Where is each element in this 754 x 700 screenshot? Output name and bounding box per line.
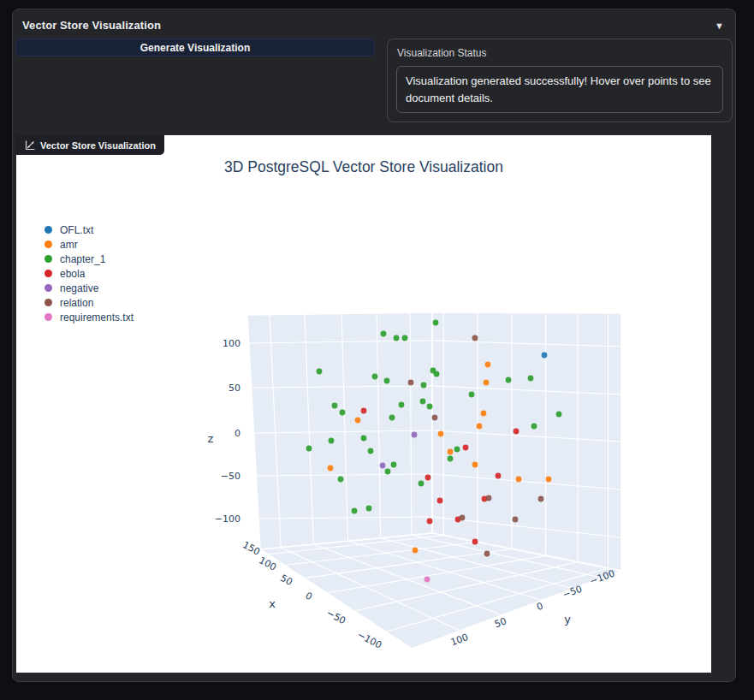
legend-swatch-icon <box>45 313 52 321</box>
legend-item[interactable]: relation <box>45 295 134 310</box>
data-point-amr[interactable] <box>485 362 491 368</box>
data-point-chapter_1[interactable] <box>352 508 358 514</box>
z-tick-label: 100 <box>223 338 240 349</box>
data-point-chapter_1[interactable] <box>366 506 372 512</box>
data-point-amr[interactable] <box>516 477 522 483</box>
status-textbox[interactable]: Visualization generated successfully! Ho… <box>396 66 723 113</box>
data-point-chapter_1[interactable] <box>329 438 335 444</box>
x-axis-title: x <box>269 597 276 610</box>
data-point-chapter_1[interactable] <box>368 448 374 454</box>
data-point-ebola[interactable] <box>361 408 367 414</box>
legend-item[interactable]: requirements.txt <box>45 310 134 324</box>
data-point-chapter_1[interactable] <box>506 377 512 383</box>
legend-swatch-icon <box>45 270 52 277</box>
scene-wall <box>432 312 621 571</box>
x-tick-label: −50 <box>324 608 347 626</box>
data-point-amr[interactable] <box>355 418 361 424</box>
data-point-chapter_1[interactable] <box>402 335 408 341</box>
legend-label: requirements.txt <box>60 311 134 323</box>
data-point-chapter_1[interactable] <box>434 371 440 377</box>
z-tick-label: 0 <box>235 428 240 439</box>
data-point-relation[interactable] <box>460 515 466 521</box>
data-point-ebola[interactable] <box>425 475 431 481</box>
z-tick-label: −100 <box>215 513 240 525</box>
data-point-relation[interactable] <box>408 380 414 386</box>
data-point-chapter_1[interactable] <box>419 481 424 487</box>
data-point-requirements.txt[interactable] <box>424 577 430 583</box>
data-point-amr[interactable] <box>438 431 444 437</box>
data-point-chapter_1[interactable] <box>385 469 391 475</box>
data-point-amr[interactable] <box>413 548 419 554</box>
z-tick-label: 50 <box>229 383 240 394</box>
generate-visualization-button[interactable]: Generate Visualization <box>15 39 375 56</box>
data-point-relation[interactable] <box>432 415 438 421</box>
legend-swatch-icon <box>45 255 52 263</box>
scatter3d-scene[interactable]: 150100500−50−100x100500−50−100y100500−50… <box>16 135 711 673</box>
data-point-relation[interactable] <box>513 517 519 523</box>
accordion-header[interactable]: Vector Store Visualization ▼ <box>13 9 735 32</box>
data-point-amr[interactable] <box>448 449 454 455</box>
data-point-chapter_1[interactable] <box>454 447 460 453</box>
data-point-chapter_1[interactable] <box>399 402 405 408</box>
data-point-ebola[interactable] <box>437 498 443 504</box>
legend-item[interactable]: OFL.txt <box>45 222 134 237</box>
data-point-chapter_1[interactable] <box>317 369 323 375</box>
legend-label: relation <box>60 297 93 309</box>
data-point-relation[interactable] <box>538 496 544 502</box>
y-axis-title: y <box>564 613 571 626</box>
data-point-ebola[interactable] <box>472 539 478 545</box>
data-point-chapter_1[interactable] <box>391 462 397 468</box>
data-point-chapter_1[interactable] <box>433 320 439 326</box>
data-point-amr[interactable] <box>328 466 334 472</box>
data-point-chapter_1[interactable] <box>340 410 346 416</box>
data-point-OFL.txt[interactable] <box>542 353 548 359</box>
x-tick-label: −100 <box>355 629 383 651</box>
data-point-chapter_1[interactable] <box>469 392 475 398</box>
data-point-chapter_1[interactable] <box>332 403 338 409</box>
data-point-ebola[interactable] <box>427 519 433 525</box>
legend-item[interactable]: negative <box>45 281 134 295</box>
data-point-chapter_1[interactable] <box>389 415 395 421</box>
legend-label: chapter_1 <box>60 253 105 265</box>
data-point-chapter_1[interactable] <box>338 477 344 483</box>
data-point-chapter_1[interactable] <box>394 335 400 341</box>
data-point-relation[interactable] <box>486 495 492 501</box>
data-point-chapter_1[interactable] <box>306 446 312 452</box>
data-point-chapter_1[interactable] <box>372 374 378 380</box>
legend-swatch-icon <box>45 226 52 234</box>
data-point-ebola[interactable] <box>496 473 502 479</box>
data-point-chapter_1[interactable] <box>361 436 367 442</box>
data-point-chapter_1[interactable] <box>528 376 534 382</box>
data-point-chapter_1[interactable] <box>556 412 562 418</box>
data-point-relation[interactable] <box>472 335 478 341</box>
data-point-chapter_1[interactable] <box>531 424 537 430</box>
y-tick-label: 0 <box>535 600 544 613</box>
plot-legend: OFL.txtamrchapter_1ebolanegativerelation… <box>45 222 134 324</box>
data-point-negative[interactable] <box>380 463 386 469</box>
data-point-relation[interactable] <box>484 551 490 557</box>
data-point-amr[interactable] <box>484 380 490 386</box>
chart-title: 3D PostgreSQL Vector Store Visualization <box>16 158 711 176</box>
plot-panel-canvas: 3D PostgreSQL Vector Store Visualization… <box>16 135 711 673</box>
data-point-chapter_1[interactable] <box>381 331 387 337</box>
legend-label: amr <box>60 239 78 251</box>
scatter-chart-icon <box>25 140 35 151</box>
data-point-ebola[interactable] <box>514 429 519 435</box>
x-tick-label: 150 <box>240 539 262 557</box>
legend-item[interactable]: chapter_1 <box>45 252 134 266</box>
collapse-arrow-icon[interactable]: ▼ <box>715 21 724 31</box>
data-point-amr[interactable] <box>472 462 478 468</box>
data-point-chapter_1[interactable] <box>384 378 390 384</box>
x-tick-label: 50 <box>278 572 294 588</box>
data-point-ebola[interactable] <box>463 445 469 451</box>
data-point-negative[interactable] <box>412 432 418 438</box>
data-point-chapter_1[interactable] <box>448 456 454 462</box>
data-point-chapter_1[interactable] <box>427 404 433 410</box>
data-point-amr[interactable] <box>481 411 487 417</box>
data-point-chapter_1[interactable] <box>421 383 427 389</box>
data-point-chapter_1[interactable] <box>420 399 426 405</box>
legend-item[interactable]: ebola <box>45 266 134 281</box>
legend-item[interactable]: amr <box>45 237 134 252</box>
data-point-amr[interactable] <box>477 424 483 430</box>
data-point-amr[interactable] <box>546 477 552 483</box>
